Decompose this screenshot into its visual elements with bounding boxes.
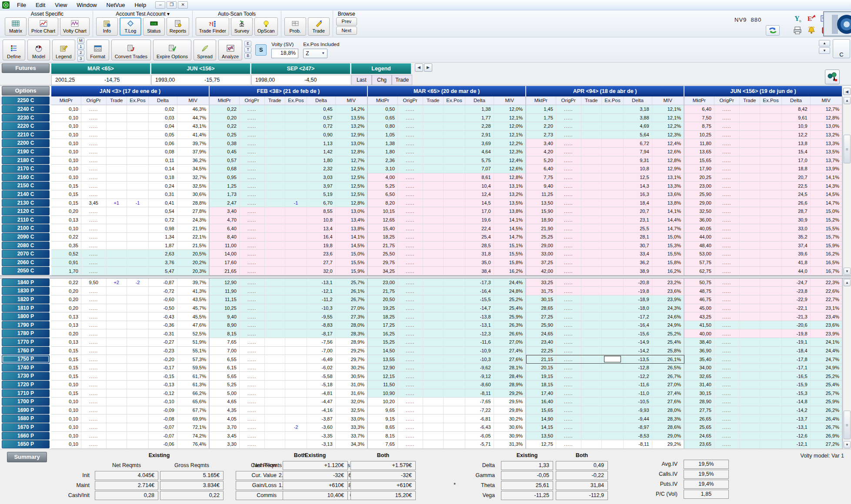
cell-trade[interactable] [107, 216, 127, 225]
cell-expos[interactable] [127, 321, 149, 330]
cell-origpr[interactable]: ..... [398, 329, 423, 338]
cell-miv[interactable]: 45,5% [177, 312, 209, 321]
cell-mktpr[interactable]: 0,91 [51, 259, 81, 267]
cell-origpr[interactable]: ..... [714, 432, 740, 441]
cell-miv[interactable]: 13,7% [811, 156, 842, 165]
cell-expos[interactable] [127, 242, 149, 250]
cell-trade[interactable] [107, 389, 127, 398]
cell-delta[interactable]: 8,55 [307, 207, 335, 216]
cell-delta[interactable]: 28,1 [624, 233, 652, 242]
cell-delta[interactable]: 25,4 [465, 233, 494, 242]
cell-origpr[interactable]: ..... [81, 122, 107, 131]
cell-expos[interactable] [285, 165, 307, 173]
cell-origpr[interactable]: ..... [556, 250, 581, 259]
cell-mktpr[interactable]: 25,90 [526, 321, 556, 330]
cell-trade[interactable] [265, 321, 285, 330]
cell-trade[interactable] [107, 432, 127, 441]
cell-expos[interactable] [285, 406, 307, 415]
cell-trade[interactable] [740, 122, 760, 131]
column-header-delta[interactable]: Delta [624, 96, 652, 105]
cell-miv[interactable]: 12,1% [494, 114, 525, 123]
menu-view[interactable]: View [50, 1, 72, 9]
cell-delta[interactable]: 0,57 [307, 114, 335, 123]
cell-trade[interactable] [423, 381, 444, 389]
cell-origpr[interactable]: ..... [398, 242, 423, 250]
cell-origpr[interactable]: ..... [714, 207, 740, 216]
cell-origpr[interactable]: ..... [556, 156, 581, 165]
cell-miv[interactable]: 15,7% [811, 233, 842, 242]
cell-trade[interactable] [265, 199, 285, 208]
cell-miv[interactable]: 13,3% [652, 182, 684, 190]
cell-trade[interactable] [740, 165, 760, 173]
cell-delta[interactable]: -14,2 [782, 406, 810, 415]
cell-origpr[interactable]: ..... [556, 312, 581, 321]
cell-origpr[interactable]: ..... [714, 139, 740, 148]
cell-expos[interactable] [444, 389, 466, 398]
cell-miv[interactable]: 15,5% [811, 224, 842, 233]
column-header-expos[interactable]: Ex.Pos [602, 96, 624, 105]
cell-expos[interactable] [602, 122, 624, 131]
cell-trade[interactable] [265, 279, 285, 287]
cell-delta[interactable]: -11,6 [465, 338, 494, 347]
cell-trade[interactable] [581, 267, 602, 275]
cell-delta[interactable]: -17,3 [465, 279, 494, 287]
cell-mktpr[interactable]: 0,10 [51, 139, 81, 148]
cell-origpr[interactable]: ..... [398, 139, 423, 148]
cell-mktpr[interactable]: 6,15 [210, 364, 240, 372]
cell-delta[interactable]: -8,97 [624, 423, 652, 432]
cell-origpr[interactable]: ..... [81, 224, 107, 233]
cell-trade[interactable] [740, 139, 760, 148]
strike-label[interactable]: 2100 C [2, 224, 50, 232]
cell-miv[interactable]: 13,1% [652, 173, 684, 182]
cell-miv[interactable]: 12,8% [336, 199, 367, 208]
cell-expos[interactable] [760, 131, 782, 139]
cell-miv[interactable]: 12,8% [652, 156, 684, 165]
cell-delta[interactable]: -9,12 [465, 372, 494, 381]
cell-expos[interactable] [760, 250, 782, 259]
cell-miv[interactable]: 23,9% [811, 329, 842, 338]
cell-expos[interactable] [285, 304, 307, 313]
cell-mktpr[interactable]: 0,20 [51, 304, 81, 313]
cell-trade[interactable] [423, 190, 444, 199]
cell-trade[interactable] [423, 398, 444, 406]
cell-delta[interactable]: -17,8 [782, 355, 810, 364]
cell-mktpr[interactable]: 10,20 [368, 398, 398, 406]
cell-mktpr[interactable]: 6,55 [210, 355, 240, 364]
cell-miv[interactable]: 29,2% [652, 440, 684, 449]
cell-origpr[interactable]: 3,45 [81, 199, 107, 208]
cell-delta[interactable]: -4,81 [307, 389, 335, 398]
cell-origpr[interactable]: ..... [398, 267, 423, 275]
cell-mktpr[interactable]: 21,75 [368, 242, 398, 250]
cell-trade[interactable] [423, 347, 444, 355]
cell-delta[interactable]: -11,2 [307, 295, 335, 304]
cell-origpr[interactable]: 9,50 [81, 279, 107, 287]
strike-label[interactable]: 2160 C [2, 173, 50, 182]
cell-trade[interactable] [581, 372, 602, 381]
cell-origpr[interactable]: ..... [240, 233, 265, 242]
cell-expos[interactable] [760, 304, 782, 313]
cell-trade[interactable] [265, 347, 285, 355]
cell-miv[interactable]: 26,1% [652, 355, 684, 364]
cell-delta[interactable]: -6,43 [465, 423, 494, 432]
cell-mktpr[interactable]: 22,25 [526, 347, 556, 355]
cell-origpr[interactable]: ..... [81, 347, 107, 355]
cell-mktpr[interactable]: 18,15 [526, 381, 556, 389]
cell-trade[interactable] [423, 207, 444, 216]
cell-delta[interactable]: 2,91 [465, 131, 494, 139]
cell-trade[interactable] [265, 432, 285, 441]
cell-origpr[interactable]: ..... [556, 295, 581, 304]
cell-delta[interactable]: -0,09 [149, 406, 177, 415]
cell-delta[interactable]: 0,06 [149, 139, 177, 148]
cell-mktpr[interactable]: 0,10 [51, 414, 81, 423]
cell-expos[interactable] [444, 414, 466, 423]
cell-delta[interactable]: 0,45 [307, 105, 335, 114]
cell-miv[interactable]: 36,2% [177, 156, 209, 165]
cell-origpr[interactable]: ..... [81, 406, 107, 415]
cell-miv[interactable]: 22,7% [811, 295, 842, 304]
cell-trade[interactable] [740, 372, 760, 381]
cell-expos[interactable] [760, 199, 782, 208]
cell-mktpr[interactable]: 0,10 [51, 423, 81, 432]
cell-delta[interactable]: -14,9 [624, 338, 652, 347]
strike-label[interactable]: 1770 P [2, 338, 50, 346]
cell-origpr[interactable]: ..... [240, 131, 265, 139]
